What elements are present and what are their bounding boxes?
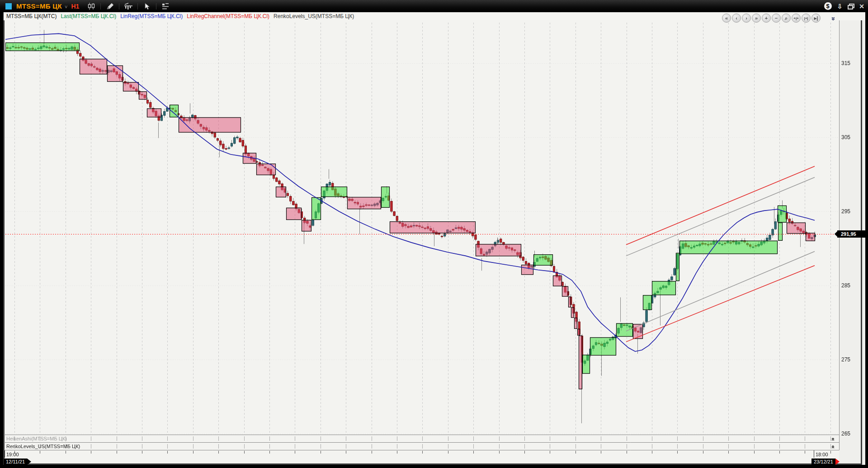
levels-icon[interactable] [160, 2, 171, 11]
zoom-reset-button[interactable]: ⌕ [782, 14, 791, 23]
legend-item-1[interactable]: Last(MTSS=МБ ЦК.Cl) [61, 13, 116, 19]
price-tick-label: 315 [841, 60, 850, 66]
legend-item-3[interactable]: LinRegChannel(MTSS=МБ ЦК.Cl) [187, 13, 269, 19]
window-controls: $ ⇩ ✕ [824, 0, 864, 12]
last-price-badge: 291,95 [837, 230, 865, 238]
restore-window-icon[interactable] [848, 4, 854, 9]
legend-item-4[interactable]: RenkoLevels_US(MTSS=МБ ЦК) [274, 13, 354, 19]
pan-left-button[interactable]: ‹ [732, 14, 741, 23]
zoom-in-button[interactable]: + [762, 14, 771, 23]
dollar-icon[interactable]: $ [824, 2, 832, 10]
time-axis-end-label: 18:00 [816, 452, 828, 457]
compress-bars-button[interactable]: +|+ [792, 14, 801, 23]
price-tick-label: 295 [841, 208, 850, 215]
toolbar: MTSS=МБ ЦК ˅ H1 [0, 0, 868, 12]
pan-right-fast-button[interactable]: » [752, 14, 761, 23]
app-icon [5, 3, 12, 9]
end-date-badge: 23/12/21 [811, 459, 835, 465]
symbol-dropdown-chevron[interactable]: ˅ [65, 4, 67, 9]
heikenashi-panel-label[interactable]: HeikenAshi(MTSS=МБ ЦК) [6, 436, 67, 441]
chart-nav-buttons: «‹›»+−⌕+|+|+|▸| [722, 14, 821, 23]
go-to-end-button[interactable]: ▸| [811, 14, 821, 23]
toolbar-icons [85, 2, 171, 11]
timeframe-label[interactable]: H1 [71, 3, 79, 10]
draw-pencil-icon[interactable] [104, 2, 116, 11]
collapse-panel-chevron-icon[interactable]: » [830, 17, 837, 20]
renkolevels-panel-label[interactable]: RenkoLevels_US(MTSS=МБ ЦК) [6, 444, 80, 449]
expand-bars-button[interactable]: |+| [802, 14, 811, 23]
candlestick-chart-icon[interactable] [85, 2, 97, 11]
price-tick-label: 275 [841, 356, 850, 363]
chart-canvas[interactable] [0, 0, 868, 468]
time-axis-start-label: 19:00 [6, 452, 19, 457]
price-tick-label: 305 [841, 134, 850, 140]
price-tick-label: 285 [841, 282, 850, 289]
price-tick-label: 265 [841, 431, 850, 437]
symbol-title[interactable]: MTSS=МБ ЦК [16, 2, 62, 10]
legend-item-2[interactable]: LinReg(MTSS=МБ ЦК.Cl) [120, 13, 183, 19]
indicator-tool-icon[interactable] [123, 2, 134, 11]
cursor-icon[interactable] [141, 2, 153, 11]
pan-left-fast-button[interactable]: « [722, 14, 731, 23]
pan-right-button[interactable]: › [742, 14, 751, 23]
renkolevels-collapse-icon[interactable]: » [830, 445, 835, 449]
close-icon[interactable]: ✕ [859, 3, 864, 9]
heikenashi-collapse-icon[interactable]: » [830, 438, 835, 441]
download-arrow-icon[interactable]: ⇩ [837, 3, 843, 9]
legend-item-0[interactable]: MTSS=МБ ЦК(МТС) [6, 13, 57, 19]
chart-window: MTSS=МБ ЦК ˅ H1 [0, 0, 868, 468]
start-date-badge: 12/11/21 [4, 459, 27, 465]
zoom-out-button[interactable]: − [772, 14, 781, 23]
